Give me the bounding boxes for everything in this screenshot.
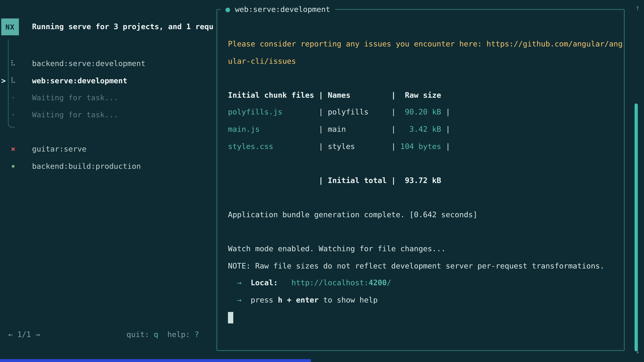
bottom-blue-bar bbox=[0, 359, 311, 362]
task-label: backend:build:production bbox=[32, 157, 141, 174]
scrollbar-thumb[interactable] bbox=[634, 103, 638, 351]
text-segment: 3.42 kB bbox=[400, 125, 441, 133]
task-label: web:serve:development bbox=[32, 72, 127, 89]
terminal-line: ular-cli/issues bbox=[228, 52, 620, 69]
text-segment: | polyfills | bbox=[282, 108, 400, 116]
text-segment: to show help bbox=[319, 296, 378, 304]
text-segment bbox=[278, 278, 292, 287]
terminal-line bbox=[228, 308, 620, 326]
task-status-icon: · bbox=[8, 106, 18, 123]
scroll-up-icon[interactable]: ↑ bbox=[635, 2, 640, 14]
running-status-icon: ● bbox=[226, 5, 230, 13]
task-label: backend:serve:development bbox=[32, 55, 146, 72]
active-task-arrow-icon: > bbox=[1, 72, 6, 89]
text-segment: Initial chunk files | Names | Raw size bbox=[228, 91, 441, 99]
task-status-icon: ⠧ bbox=[8, 55, 18, 72]
task-row[interactable]: ⠧backend:serve:development bbox=[0, 55, 214, 72]
terminal-line: Watch mode enabled. Watching for file ch… bbox=[228, 240, 620, 257]
task-spacer bbox=[0, 123, 214, 140]
keyboard-hints: quit: q help: ? bbox=[126, 328, 199, 341]
task-row[interactable]: ▪backend:build:production bbox=[0, 157, 214, 174]
pager-next-icon[interactable]: → bbox=[36, 330, 40, 339]
output-panel[interactable]: ●web:serve:development Please consider r… bbox=[216, 9, 625, 351]
text-segment: NOTE: Raw file sizes do not reflect deve… bbox=[228, 261, 604, 270]
task-row[interactable]: ·Waiting for task... bbox=[0, 106, 214, 123]
hint-label: help: bbox=[158, 330, 194, 339]
output-panel-title: ●web:serve:development bbox=[220, 3, 335, 15]
terminal-line: Application bundle generation complete. … bbox=[228, 206, 620, 223]
text-segment: | main | bbox=[260, 125, 400, 133]
terminal-output: Please consider reporting any issues you… bbox=[228, 35, 620, 326]
text-segment: Watch mode enabled. Watching for file ch… bbox=[228, 244, 446, 253]
terminal-line: polyfills.js | polyfills | 90.20 kB | bbox=[228, 104, 620, 121]
task-status-icon: ⠧ bbox=[8, 72, 18, 89]
text-segment: Please consider reporting any issues you… bbox=[228, 39, 622, 48]
text-segment: ular-cli/issues bbox=[228, 56, 296, 65]
nx-logo: NX bbox=[1, 18, 19, 35]
text-segment: / bbox=[387, 278, 391, 287]
terminal-line: | Initial total | 93.72 kB bbox=[228, 172, 620, 189]
task-row[interactable]: >⠧web:serve:development bbox=[0, 72, 214, 89]
hint-key: ? bbox=[194, 330, 199, 339]
pager-prev-icon[interactable]: ← bbox=[8, 330, 13, 339]
text-segment: Local: bbox=[250, 278, 278, 287]
task-status-icon: ▪ bbox=[8, 157, 18, 174]
terminal-line bbox=[228, 189, 620, 206]
text-segment: | bbox=[441, 108, 450, 116]
terminal-line: NOTE: Raw file sizes do not reflect deve… bbox=[228, 257, 620, 274]
task-label: Waiting for task... bbox=[32, 106, 118, 123]
text-segment: | Initial total | 93.72 kB bbox=[228, 176, 441, 185]
text-segment: http://localhost: bbox=[292, 278, 368, 287]
terminal-cursor bbox=[228, 312, 233, 323]
terminal-line bbox=[228, 155, 620, 172]
terminal-line: styles.css | styles | 104 bytes | bbox=[228, 138, 620, 155]
text-segment: 4200 bbox=[368, 278, 387, 287]
text-segment: → bbox=[228, 278, 242, 287]
hint-key: q bbox=[154, 330, 158, 339]
output-panel-task-name: web:serve:development bbox=[235, 5, 330, 13]
terminal-screen: NX Running serve for 3 projects, and 1 r… bbox=[0, 0, 644, 362]
text-segment: | styles | bbox=[273, 142, 400, 150]
task-label: Waiting for task... bbox=[32, 89, 118, 106]
terminal-line bbox=[228, 69, 620, 86]
text-segment bbox=[242, 278, 250, 287]
task-row[interactable]: ·Waiting for task... bbox=[0, 89, 214, 106]
task-row[interactable]: ×guitar:serve bbox=[0, 140, 214, 157]
text-segment: | bbox=[441, 125, 450, 133]
terminal-line bbox=[228, 223, 620, 240]
task-label: guitar:serve bbox=[32, 140, 86, 157]
terminal-line: Please consider reporting any issues you… bbox=[228, 35, 620, 52]
text-segment: Application bundle generation complete. … bbox=[228, 210, 478, 219]
scroll-down-icon[interactable]: ↓ bbox=[635, 345, 640, 357]
task-status-icon: × bbox=[8, 140, 18, 157]
text-segment: h + enter bbox=[278, 296, 319, 304]
text-segment: 90.20 kB bbox=[400, 108, 441, 116]
pager: ← 1/1 → bbox=[8, 328, 40, 341]
text-segment: press bbox=[242, 296, 278, 304]
terminal-line: Initial chunk files | Names | Raw size bbox=[228, 86, 620, 104]
text-segment: | bbox=[441, 142, 450, 150]
terminal-line: → Local: http://localhost:4200/ bbox=[228, 274, 620, 292]
terminal-line: main.js | main | 3.42 kB | bbox=[228, 121, 620, 138]
text-segment: → bbox=[228, 296, 242, 304]
text-segment: polyfills.js bbox=[228, 108, 282, 116]
terminal-line: → press h + enter to show help bbox=[228, 292, 620, 309]
text-segment: styles.css bbox=[228, 142, 273, 150]
text-segment: 104 bytes bbox=[400, 142, 441, 150]
text-segment: main.js bbox=[228, 125, 260, 133]
hint-label: quit: bbox=[126, 330, 154, 339]
task-status-icon: · bbox=[8, 89, 18, 106]
page-title: Running serve for 3 projects, and 1 requ bbox=[32, 21, 214, 32]
task-list: ⠧backend:serve:development>⠧web:serve:de… bbox=[0, 55, 214, 174]
pager-label: 1/1 bbox=[13, 330, 36, 339]
